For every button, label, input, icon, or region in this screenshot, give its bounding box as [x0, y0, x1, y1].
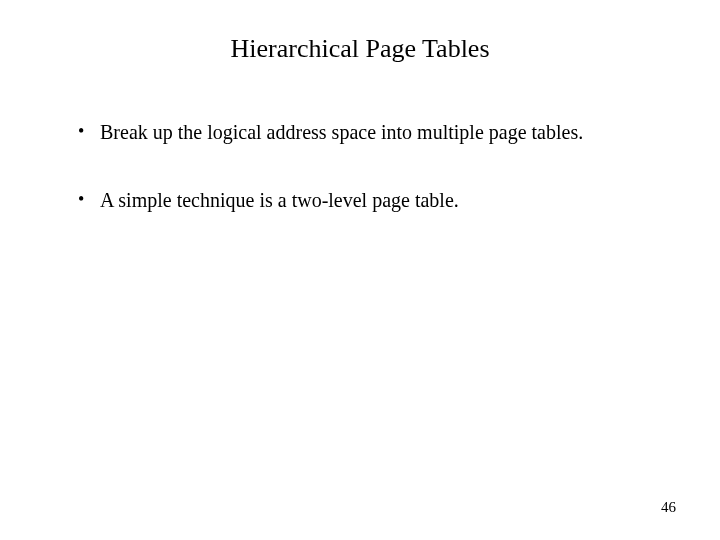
slide-container: Hierarchical Page Tables Break up the lo… [0, 0, 720, 540]
slide-title: Hierarchical Page Tables [60, 34, 660, 64]
bullet-item: A simple technique is a two-level page t… [78, 188, 660, 214]
bullet-item: Break up the logical address space into … [78, 120, 660, 146]
bullet-list: Break up the logical address space into … [60, 120, 660, 213]
page-number: 46 [661, 499, 676, 516]
